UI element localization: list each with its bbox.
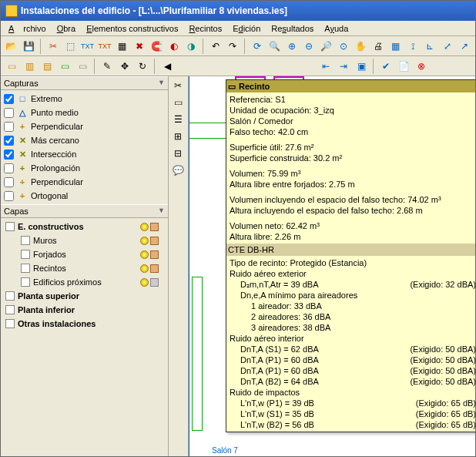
chevron-down-icon[interactable]: ▼ (158, 207, 165, 214)
capture-checkbox[interactable] (4, 122, 14, 132)
capture-checkbox[interactable] (4, 108, 14, 118)
capture-checkbox[interactable] (4, 177, 14, 187)
nav-icon[interactable]: ⇥ (336, 59, 351, 74)
capture-checkbox[interactable] (4, 136, 14, 146)
cube-icon[interactable] (150, 223, 159, 231)
arrow-left-icon[interactable]: ◀ (159, 59, 175, 74)
capture-item[interactable]: △ Punto medio (4, 106, 165, 119)
move-icon[interactable]: ✥ (117, 59, 132, 74)
layer-checkbox[interactable] (21, 264, 30, 273)
nav-icon[interactable]: ⇤ (318, 59, 334, 74)
open-icon[interactable]: 📂 (4, 39, 18, 54)
cube-icon[interactable] (150, 250, 159, 259)
cube-icon[interactable] (150, 237, 159, 245)
save-icon[interactable]: 💾 (21, 39, 35, 54)
layer-item[interactable]: Recintos (4, 261, 165, 275)
bulb-icon[interactable] (140, 223, 149, 231)
chevron-down-icon[interactable]: ▼ (158, 79, 165, 86)
bulb-icon[interactable] (140, 264, 149, 273)
undo-icon[interactable]: ↶ (208, 39, 223, 54)
tool-icon[interactable]: ▤ (39, 59, 55, 74)
zoom-icon[interactable]: ⊙ (336, 39, 350, 54)
tool-icon[interactable]: ⊞ (170, 129, 186, 144)
menu-resultados[interactable]: Resultados (266, 22, 318, 35)
tool-icon[interactable]: ✂ (45, 39, 60, 54)
cancel-icon[interactable]: ⊗ (414, 59, 429, 74)
cube-icon[interactable] (150, 264, 159, 273)
tool-icon[interactable]: ☰ (170, 112, 186, 127)
capture-item[interactable]: + Ortogonal (4, 189, 165, 203)
canvas[interactable]: ✂ ▭ ☰ ⊞ ⊟ 💬 sillo 1 Salón 7 ▭ Recinto (169, 76, 475, 457)
text-icon[interactable]: TXT (97, 39, 112, 54)
layer-item[interactable]: E. constructivos (4, 220, 165, 234)
edit-icon[interactable]: ✎ (99, 59, 115, 74)
menu-ayuda[interactable]: Ayuda (320, 22, 353, 35)
menu-archivo[interactable]: Archivo (4, 22, 51, 35)
magnet-icon[interactable]: 🧲 (149, 39, 164, 54)
capture-item[interactable]: ✕ Intersección (4, 147, 165, 161)
layer-checkbox[interactable] (5, 222, 15, 231)
tool-icon[interactable]: ▭ (170, 95, 186, 110)
tool-icon[interactable]: ↗ (458, 39, 472, 54)
capture-item[interactable]: ✕ Más cercano (4, 133, 165, 147)
tool-icon[interactable]: ⊟ (170, 146, 186, 161)
capture-item[interactable]: □ Extremo (4, 92, 165, 106)
layer-checkbox[interactable] (21, 277, 30, 287)
layer-checkbox[interactable] (21, 236, 30, 245)
check-icon[interactable]: ✔ (378, 59, 394, 74)
menu-recintos[interactable]: Recintos (184, 22, 226, 35)
tool-icon[interactable]: ⊾ (423, 39, 437, 54)
capture-checkbox[interactable] (4, 150, 14, 160)
tool-icon[interactable]: ⤢ (440, 39, 454, 54)
capas-header[interactable]: Capas▼ (1, 204, 168, 218)
menu-elementos[interactable]: Elementos constructivos (82, 22, 183, 35)
tool-icon[interactable]: ◑ (184, 39, 199, 54)
tool-icon[interactable]: ▭ (75, 59, 90, 74)
layer-checkbox[interactable] (5, 291, 15, 301)
text-icon[interactable]: TXT (80, 39, 95, 54)
hand-icon[interactable]: ✋ (354, 39, 368, 54)
rotate-icon[interactable]: ↻ (135, 59, 150, 74)
tool-icon[interactable]: ▦ (388, 39, 403, 54)
layer-item[interactable]: Forjados (4, 247, 165, 261)
capture-checkbox[interactable] (4, 163, 14, 173)
layer-item[interactable]: Edificios próximos (4, 275, 165, 289)
tool-icon[interactable]: ▭ (4, 59, 19, 74)
layer-checkbox[interactable] (5, 319, 15, 328)
zoom-fit-icon[interactable]: 🔍 (266, 39, 281, 54)
menu-edicion[interactable]: Edición (228, 22, 265, 35)
tool-icon[interactable]: ◐ (166, 39, 181, 54)
document-icon[interactable]: 📄 (396, 59, 411, 74)
bulb-icon[interactable] (140, 237, 149, 245)
print-icon[interactable]: 🖨 (370, 39, 385, 54)
comment-icon[interactable]: 💬 (170, 163, 186, 178)
nav-icon[interactable]: ▣ (354, 59, 369, 74)
layer-checkbox[interactable] (5, 305, 15, 314)
capture-item[interactable]: + Perpendicular (4, 119, 165, 133)
layer-item[interactable]: Planta superior (4, 289, 165, 303)
drawing-area[interactable]: sillo 1 Salón 7 ▭ Recinto Referencia: S1… (189, 76, 475, 457)
capture-item[interactable]: + Prolongación (4, 161, 165, 175)
menu-obra[interactable]: Obra (52, 22, 80, 35)
zoom-icon[interactable]: 🔎 (319, 39, 334, 54)
bulb-icon[interactable] (140, 278, 149, 287)
capture-checkbox[interactable] (4, 94, 14, 104)
capturas-header[interactable]: Capturas▼ (1, 76, 168, 90)
layer-item[interactable]: Otras instalaciones (4, 317, 165, 331)
layer-item[interactable]: Muros (4, 234, 165, 247)
layer-checkbox[interactable] (21, 250, 30, 259)
refresh-icon[interactable]: ⟳ (250, 39, 264, 54)
tool-icon[interactable]: ⟟ (405, 39, 420, 54)
tool-icon[interactable]: ✂ (170, 78, 186, 93)
capture-checkbox[interactable] (4, 191, 14, 201)
zoom-icon[interactable]: ⊕ (284, 39, 299, 54)
tool-icon[interactable]: ⬚ (62, 39, 77, 54)
grid-icon[interactable]: ▦ (115, 39, 129, 54)
layer-item[interactable]: Planta inferior (4, 303, 165, 317)
bulb-icon[interactable] (140, 250, 149, 259)
cube-icon[interactable] (150, 278, 159, 287)
capture-item[interactable]: + Perpendicular (4, 175, 165, 189)
tool-icon[interactable]: ▭ (57, 59, 72, 74)
zoom-icon[interactable]: ⊖ (301, 39, 316, 54)
tool-icon[interactable]: ▥ (22, 59, 37, 74)
